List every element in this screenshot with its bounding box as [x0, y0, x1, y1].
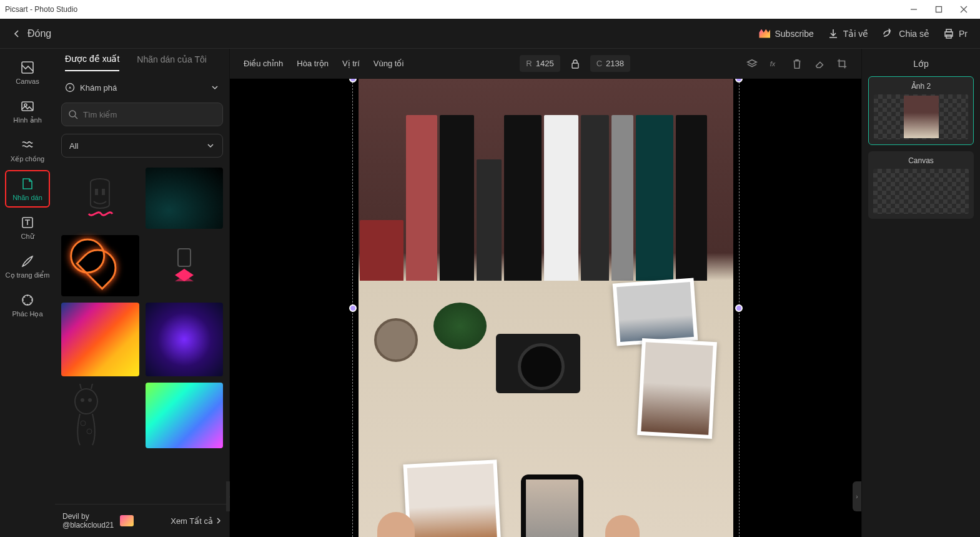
svg-point-13	[69, 111, 76, 117]
share-icon	[882, 28, 894, 39]
lock-icon	[570, 59, 580, 69]
compass-icon	[65, 83, 75, 93]
tool-image[interactable]: Hình ảnh	[5, 93, 50, 130]
tool-sketch[interactable]: Phác Họa	[5, 286, 50, 324]
resize-handle-tr[interactable]	[735, 79, 743, 83]
svg-point-24	[87, 429, 92, 434]
discover-row[interactable]: Khám phá	[55, 76, 229, 99]
position-button[interactable]: Vị trí	[342, 59, 360, 68]
view-all-button[interactable]: Xem Tất cả	[171, 516, 222, 526]
print-icon	[943, 28, 954, 39]
lock-aspect-button[interactable]	[567, 55, 584, 73]
sticker-author: Devil by @blackcloud21	[62, 512, 134, 529]
sticker-panel: Được đề xuất Nhãn dán của Tôi Khám phá A…	[55, 49, 230, 537]
filter-select[interactable]: All	[61, 134, 223, 158]
tool-canvas[interactable]: Canvas	[5, 54, 50, 91]
layers-icon-button[interactable]	[746, 58, 758, 69]
delete-button[interactable]	[791, 58, 803, 69]
tab-my-stickers[interactable]: Nhãn dán của Tôi	[137, 54, 206, 71]
app-header: Đóng Subscribe Tải về Chia sẻ Pr	[0, 19, 980, 49]
close-label: Đóng	[27, 28, 51, 39]
eraser-button[interactable]	[814, 58, 825, 69]
tab-recommended[interactable]: Được đề xuất	[65, 54, 119, 71]
search-input[interactable]	[83, 110, 216, 119]
close-button[interactable]: Đóng	[12, 28, 51, 39]
window-minimize-icon[interactable]	[910, 6, 918, 13]
download-icon	[828, 28, 839, 39]
chevron-down-icon	[206, 141, 215, 150]
sticker-item[interactable]	[146, 168, 224, 229]
canvas-viewport[interactable]	[230, 79, 861, 537]
svg-point-11	[22, 295, 32, 305]
svg-point-18	[75, 389, 97, 414]
layer-thumbnail	[873, 169, 969, 214]
svg-point-22	[88, 398, 92, 402]
svg-rect-25	[572, 63, 578, 68]
search-input-wrap[interactable]	[61, 103, 223, 126]
print-button[interactable]: Pr	[943, 28, 968, 39]
sticker-item[interactable]	[146, 303, 224, 376]
chevron-down-icon	[210, 83, 219, 92]
svg-rect-17	[178, 249, 191, 266]
tool-overlay[interactable]: Xếp chồng	[5, 131, 50, 169]
svg-rect-15	[95, 189, 98, 195]
chevron-left-icon	[12, 29, 21, 38]
resize-handle-l[interactable]	[349, 304, 357, 312]
blend-button[interactable]: Hòa trộn	[297, 59, 329, 68]
canvas-toolbar: Điều chỉnh Hòa trộn Vị trí Vùng tối R 14…	[230, 49, 861, 79]
sticker-item[interactable]	[146, 383, 224, 448]
layers-title: Lớp	[868, 55, 974, 76]
layers-panel: Lớp Ảnh 2 Canvas	[861, 49, 980, 537]
crop-button[interactable]	[836, 58, 848, 69]
vignette-button[interactable]: Vùng tối	[374, 59, 403, 68]
app-title: Picsart - Photo Studio	[5, 5, 77, 14]
tool-sticker[interactable]: Nhãn dán	[5, 170, 50, 208]
svg-line-20	[91, 384, 92, 389]
sticker-item[interactable]	[61, 235, 139, 296]
svg-rect-16	[102, 189, 105, 195]
canvas-area: Điều chỉnh Hòa trộn Vị trí Vùng tối R 14…	[230, 49, 861, 537]
canvas-image[interactable]	[359, 79, 733, 537]
collapse-right-panel[interactable]: ›	[853, 481, 861, 511]
sticker-grid	[55, 165, 229, 504]
fx-button[interactable]: fx	[769, 58, 780, 69]
resize-handle-r[interactable]	[735, 304, 743, 312]
svg-line-19	[80, 384, 81, 389]
left-toolbar: Canvas Hình ảnh Xếp chồng Nhãn dán Chữ C…	[0, 49, 55, 537]
share-button[interactable]: Chia sẻ	[882, 28, 929, 39]
height-input[interactable]: C 2138	[590, 55, 630, 72]
sticker-item[interactable]	[146, 235, 224, 296]
layer-item[interactable]: Ảnh 2	[868, 76, 974, 145]
width-input[interactable]: R 1425	[520, 55, 560, 72]
svg-text:fx: fx	[770, 59, 776, 67]
tool-brush[interactable]: Cọ trang điểm	[5, 248, 50, 285]
window-maximize-icon[interactable]	[935, 6, 943, 13]
sticker-item[interactable]	[61, 383, 139, 448]
window-close-icon[interactable]	[960, 6, 968, 13]
svg-rect-1	[936, 7, 942, 13]
crown-icon	[759, 29, 770, 38]
svg-rect-5	[946, 29, 951, 32]
svg-point-23	[81, 421, 86, 426]
subscribe-button[interactable]: Subscribe	[759, 29, 813, 39]
download-button[interactable]: Tải về	[828, 28, 869, 39]
search-icon	[68, 109, 78, 119]
tool-text[interactable]: Chữ	[5, 209, 50, 246]
adjust-button[interactable]: Điều chỉnh	[244, 59, 283, 68]
chevron-right-icon	[215, 518, 222, 524]
layer-item[interactable]: Canvas	[868, 151, 974, 219]
sticker-item[interactable]	[61, 168, 139, 229]
layer-thumbnail	[874, 94, 968, 139]
premium-badge-icon	[120, 515, 134, 526]
svg-point-21	[81, 398, 84, 402]
resize-handle-tl[interactable]	[349, 79, 357, 83]
svg-line-14	[75, 116, 77, 119]
sticker-item[interactable]	[61, 303, 139, 376]
window-titlebar: Picsart - Photo Studio	[0, 0, 980, 19]
